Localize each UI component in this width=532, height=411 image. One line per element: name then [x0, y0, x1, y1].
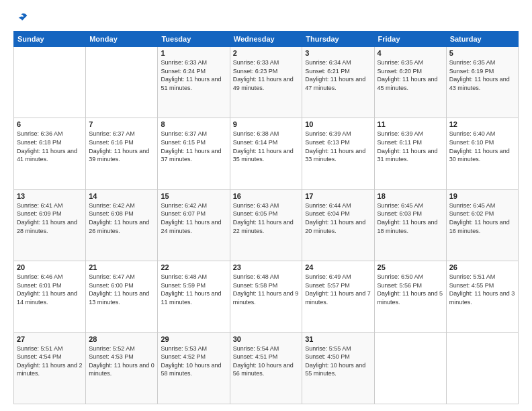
calendar: SundayMondayTuesdayWednesdayThursdayFrid… [13, 31, 519, 404]
day-info: Sunrise: 6:45 AM Sunset: 6:03 PM Dayligh… [378, 201, 443, 235]
day-number: 30 [233, 335, 300, 343]
day-number: 25 [378, 263, 443, 271]
day-info: Sunrise: 6:34 AM Sunset: 6:21 PM Dayligh… [305, 58, 371, 92]
day-info: Sunrise: 6:46 AM Sunset: 6:01 PM Dayligh… [17, 273, 83, 306]
day-number: 8 [161, 120, 226, 128]
day-number: 27 [17, 335, 83, 343]
page: SundayMondayTuesdayWednesdayThursdayFrid… [0, 0, 532, 411]
day-info: Sunrise: 6:41 AM Sunset: 6:09 PM Dayligh… [17, 201, 83, 235]
day-info: Sunrise: 6:35 AM Sunset: 6:20 PM Dayligh… [378, 58, 443, 92]
day-info: Sunrise: 6:48 AM Sunset: 5:59 PM Dayligh… [161, 273, 226, 306]
day-number: 3 [305, 49, 371, 57]
calendar-cell [446, 332, 518, 404]
day-info: Sunrise: 6:39 AM Sunset: 6:13 PM Dayligh… [305, 130, 371, 163]
calendar-header-tuesday: Tuesday [158, 32, 230, 47]
day-info: Sunrise: 5:51 AM Sunset: 4:54 PM Dayligh… [17, 345, 83, 378]
day-number: 9 [233, 120, 300, 128]
day-number: 31 [305, 335, 371, 343]
day-number: 21 [89, 263, 154, 271]
calendar-cell: 21Sunrise: 6:47 AM Sunset: 6:00 PM Dayli… [86, 261, 158, 332]
calendar-cell: 22Sunrise: 6:48 AM Sunset: 5:59 PM Dayli… [158, 261, 230, 332]
day-number: 28 [89, 335, 154, 343]
calendar-cell: 17Sunrise: 6:44 AM Sunset: 6:04 PM Dayli… [302, 189, 374, 261]
day-info: Sunrise: 6:50 AM Sunset: 5:56 PM Dayligh… [378, 273, 443, 306]
day-info: Sunrise: 5:55 AM Sunset: 4:50 PM Dayligh… [305, 345, 371, 378]
day-number: 16 [233, 192, 300, 200]
day-info: Sunrise: 6:38 AM Sunset: 6:14 PM Dayligh… [233, 130, 300, 163]
calendar-header-monday: Monday [86, 32, 158, 47]
day-info: Sunrise: 5:54 AM Sunset: 4:51 PM Dayligh… [233, 345, 300, 378]
day-number: 17 [305, 192, 371, 200]
calendar-header-friday: Friday [374, 32, 446, 47]
day-info: Sunrise: 6:37 AM Sunset: 6:15 PM Dayligh… [161, 130, 226, 163]
day-number: 10 [305, 120, 371, 128]
calendar-header-wednesday: Wednesday [230, 32, 302, 47]
calendar-cell: 30Sunrise: 5:54 AM Sunset: 4:51 PM Dayli… [230, 332, 302, 404]
calendar-week-2: 6Sunrise: 6:36 AM Sunset: 6:18 PM Daylig… [14, 118, 519, 189]
calendar-cell [86, 47, 158, 118]
day-info: Sunrise: 6:37 AM Sunset: 6:16 PM Dayligh… [89, 130, 154, 163]
day-number: 26 [449, 263, 515, 271]
calendar-cell: 26Sunrise: 5:51 AM Sunset: 4:55 PM Dayli… [446, 261, 518, 332]
day-info: Sunrise: 6:44 AM Sunset: 6:04 PM Dayligh… [305, 201, 371, 235]
calendar-cell: 8Sunrise: 6:37 AM Sunset: 6:15 PM Daylig… [158, 118, 230, 189]
day-number: 2 [233, 49, 300, 57]
day-number: 20 [17, 263, 83, 271]
calendar-cell: 31Sunrise: 5:55 AM Sunset: 4:50 PM Dayli… [302, 332, 374, 404]
day-number: 6 [17, 120, 83, 128]
day-info: Sunrise: 5:51 AM Sunset: 4:55 PM Dayligh… [449, 273, 515, 306]
calendar-cell: 27Sunrise: 5:51 AM Sunset: 4:54 PM Dayli… [14, 332, 86, 404]
day-info: Sunrise: 6:39 AM Sunset: 6:11 PM Dayligh… [378, 130, 443, 163]
day-info: Sunrise: 6:49 AM Sunset: 5:57 PM Dayligh… [305, 273, 371, 306]
day-number: 4 [378, 49, 443, 57]
calendar-cell: 25Sunrise: 6:50 AM Sunset: 5:56 PM Dayli… [374, 261, 446, 332]
calendar-cell: 5Sunrise: 6:35 AM Sunset: 6:19 PM Daylig… [446, 47, 518, 118]
calendar-cell: 9Sunrise: 6:38 AM Sunset: 6:14 PM Daylig… [230, 118, 302, 189]
calendar-cell: 15Sunrise: 6:42 AM Sunset: 6:07 PM Dayli… [158, 189, 230, 261]
calendar-cell: 4Sunrise: 6:35 AM Sunset: 6:20 PM Daylig… [374, 47, 446, 118]
calendar-cell: 13Sunrise: 6:41 AM Sunset: 6:09 PM Dayli… [14, 189, 86, 261]
day-number: 5 [449, 49, 515, 57]
calendar-cell: 23Sunrise: 6:48 AM Sunset: 5:58 PM Dayli… [230, 261, 302, 332]
day-info: Sunrise: 6:48 AM Sunset: 5:58 PM Dayligh… [233, 273, 300, 306]
calendar-header-row: SundayMondayTuesdayWednesdayThursdayFrid… [14, 32, 519, 47]
day-info: Sunrise: 6:42 AM Sunset: 6:08 PM Dayligh… [89, 201, 154, 235]
day-number: 19 [449, 192, 515, 200]
day-info: Sunrise: 6:33 AM Sunset: 6:23 PM Dayligh… [233, 58, 300, 92]
calendar-cell: 29Sunrise: 5:53 AM Sunset: 4:52 PM Dayli… [158, 332, 230, 404]
day-number: 13 [17, 192, 83, 200]
calendar-header-sunday: Sunday [14, 32, 86, 47]
day-info: Sunrise: 5:53 AM Sunset: 4:52 PM Dayligh… [161, 345, 226, 378]
day-number: 22 [161, 263, 226, 271]
day-info: Sunrise: 6:40 AM Sunset: 6:10 PM Dayligh… [449, 130, 515, 163]
calendar-cell: 24Sunrise: 6:49 AM Sunset: 5:57 PM Dayli… [302, 261, 374, 332]
day-number: 12 [449, 120, 515, 128]
day-number: 14 [89, 192, 154, 200]
calendar-cell: 12Sunrise: 6:40 AM Sunset: 6:10 PM Dayli… [446, 118, 518, 189]
day-info: Sunrise: 6:45 AM Sunset: 6:02 PM Dayligh… [449, 201, 515, 235]
calendar-cell: 10Sunrise: 6:39 AM Sunset: 6:13 PM Dayli… [302, 118, 374, 189]
header [13, 11, 519, 26]
calendar-cell [374, 332, 446, 404]
calendar-cell: 16Sunrise: 6:43 AM Sunset: 6:05 PM Dayli… [230, 189, 302, 261]
day-number: 1 [161, 49, 226, 57]
calendar-week-3: 13Sunrise: 6:41 AM Sunset: 6:09 PM Dayli… [14, 189, 519, 261]
day-number: 11 [378, 120, 443, 128]
logo [13, 11, 30, 26]
calendar-cell: 19Sunrise: 6:45 AM Sunset: 6:02 PM Dayli… [446, 189, 518, 261]
day-number: 18 [378, 192, 443, 200]
day-info: Sunrise: 6:47 AM Sunset: 6:00 PM Dayligh… [89, 273, 154, 306]
calendar-cell: 18Sunrise: 6:45 AM Sunset: 6:03 PM Dayli… [374, 189, 446, 261]
day-info: Sunrise: 6:42 AM Sunset: 6:07 PM Dayligh… [161, 201, 226, 235]
calendar-cell: 14Sunrise: 6:42 AM Sunset: 6:08 PM Dayli… [86, 189, 158, 261]
day-number: 29 [161, 335, 226, 343]
day-number: 23 [233, 263, 300, 271]
calendar-cell: 7Sunrise: 6:37 AM Sunset: 6:16 PM Daylig… [86, 118, 158, 189]
calendar-header-thursday: Thursday [302, 32, 374, 47]
logo-bird-icon [15, 11, 30, 26]
calendar-header-saturday: Saturday [446, 32, 518, 47]
calendar-cell: 6Sunrise: 6:36 AM Sunset: 6:18 PM Daylig… [14, 118, 86, 189]
calendar-cell: 28Sunrise: 5:52 AM Sunset: 4:53 PM Dayli… [86, 332, 158, 404]
calendar-week-1: 1Sunrise: 6:33 AM Sunset: 6:24 PM Daylig… [14, 47, 519, 118]
day-number: 7 [89, 120, 154, 128]
